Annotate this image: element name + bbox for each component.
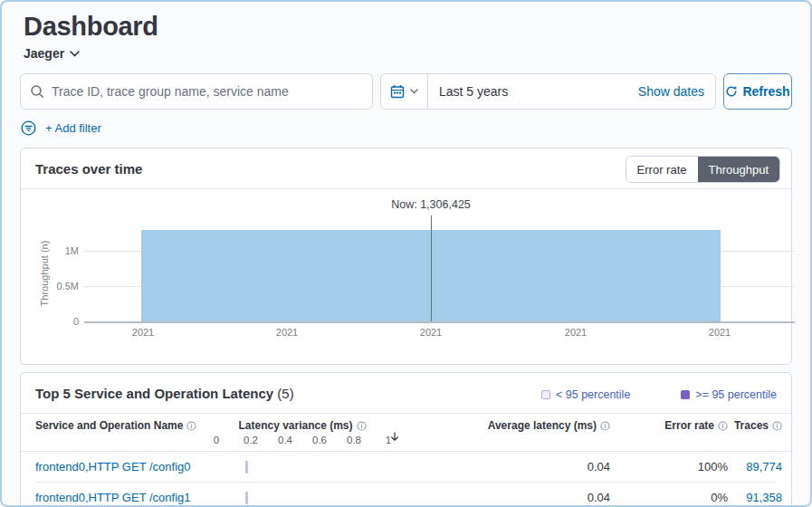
col-header-variance-label: Latency variance (ms) (238, 419, 352, 432)
traces-count-link[interactable]: 91,358 (728, 483, 782, 507)
panel-divider (21, 188, 791, 189)
scale-tick: 0.6 (312, 435, 327, 445)
col-header-error-rate[interactable]: Error rate (610, 419, 728, 432)
add-filter-link[interactable]: + Add filter (45, 121, 101, 135)
col-header-name-label: Service and Operation Name (35, 419, 183, 432)
latency-panel-title: Top 5 Service and Operation Latency (5) (35, 386, 294, 401)
ge95-swatch-icon (681, 390, 690, 399)
filter-icon[interactable] (21, 120, 36, 136)
chevron-down-icon (410, 89, 418, 94)
scale-tick: 0.8 (347, 435, 361, 445)
col-header-avg-latency[interactable]: Average latency (ms) (429, 419, 610, 432)
latency-panel: Top 5 Service and Operation Latency (5) … (20, 372, 792, 507)
x-tick-1: 2021 (132, 327, 154, 338)
search-box[interactable] (20, 73, 373, 110)
x-tick-5: 2021 (709, 327, 731, 338)
x-tick-2: 2021 (276, 327, 298, 338)
col-header-variance[interactable]: Latency variance (ms) (216, 419, 388, 432)
service-operation-link[interactable]: frontend0,HTTP GET /config1 (35, 483, 216, 507)
col-header-traces[interactable]: Traces (728, 419, 782, 432)
legend-ge95: >= 95 percentile (681, 388, 777, 401)
variance-tick-mark (245, 492, 248, 504)
date-range-value[interactable]: Last 5 years (428, 84, 627, 99)
show-dates-link[interactable]: Show dates (627, 84, 715, 99)
chart-now-line (431, 215, 432, 322)
info-icon[interactable] (357, 421, 367, 431)
x-axis-line (84, 321, 795, 323)
col-header-name[interactable]: Service and Operation Name (35, 419, 216, 432)
refresh-button[interactable]: Refresh (723, 73, 792, 110)
error-rate-value: 100% (610, 452, 728, 483)
scale-tick: 0.4 (278, 435, 292, 445)
scale-tick: 0.2 (244, 435, 258, 445)
metric-toggle-group: Error rate Throughput (626, 156, 780, 183)
chevron-down-icon (70, 51, 80, 57)
table-header-row: Service and Operation Name Latency varia… (35, 419, 777, 432)
col-header-avg-latency-label: Average latency (ms) (488, 419, 597, 432)
y-axis-title: Throughput (n) (39, 219, 50, 328)
info-icon[interactable] (772, 421, 782, 431)
date-picker: Last 5 years Show dates (380, 73, 716, 110)
error-rate-toggle[interactable]: Error rate (626, 157, 698, 182)
page-title: Dashboard (24, 12, 810, 42)
source-selector-dropdown[interactable]: Jaeger (24, 46, 80, 61)
lt95-label: < 95 percentile (556, 388, 630, 401)
traces-panel-title: Traces over time (35, 161, 142, 177)
source-selector-label: Jaeger (24, 46, 64, 61)
error-rate-value: 0% (610, 483, 728, 507)
avg-latency-value: 0.04 (429, 452, 610, 483)
search-icon (30, 84, 44, 99)
filter-row: + Add filter (21, 119, 792, 137)
calendar-icon (390, 84, 405, 99)
latency-panel-count: (5) (277, 386, 293, 401)
panel-divider (21, 413, 791, 414)
date-picker-menu-button[interactable] (381, 74, 428, 109)
latency-panel-title-text: Top 5 Service and Operation Latency (35, 386, 273, 401)
service-operation-link[interactable]: frontend0,HTTP GET /config0 (35, 452, 216, 483)
dashboard-window: Dashboard Jaeger Last 5 years Show dat (0, 0, 812, 507)
x-tick-4: 2021 (565, 327, 587, 338)
table-row: frontend0,HTTP GET /config1 0.04 0% 91,3… (35, 483, 777, 507)
traces-over-time-panel: Traces over time Error rate Throughput N… (20, 148, 792, 365)
search-row: Last 5 years Show dates Refresh (20, 73, 792, 110)
col-header-traces-label: Traces (734, 419, 769, 432)
variance-plot-cell (216, 452, 388, 483)
ge95-label: >= 95 percentile (695, 388, 777, 401)
info-icon[interactable] (186, 421, 196, 431)
scale-tick: 0 (214, 435, 219, 445)
variance-tick-mark (245, 461, 248, 474)
throughput-toggle[interactable]: Throughput (698, 157, 780, 182)
variance-plot-cell (216, 483, 388, 507)
table-row: frontend0,HTTP GET /config0 0.04 100% 89… (35, 452, 777, 483)
variance-scale-axis: 0 0.2 0.4 0.6 0.8 1 (216, 435, 388, 447)
info-icon[interactable] (718, 421, 728, 431)
refresh-button-label: Refresh (742, 84, 789, 99)
legend-lt95: < 95 percentile (541, 388, 630, 401)
col-header-error-rate-label: Error rate (664, 419, 714, 432)
x-tick-3: 2021 (420, 327, 442, 338)
percentile-legend: < 95 percentile >= 95 percentile (541, 388, 777, 401)
info-icon[interactable] (600, 421, 610, 431)
sort-descending-icon[interactable] (389, 431, 401, 443)
traces-count-link[interactable]: 89,774 (728, 452, 782, 483)
refresh-icon (725, 85, 738, 98)
lt95-swatch-icon (541, 390, 550, 399)
search-input[interactable] (52, 84, 363, 99)
avg-latency-value: 0.04 (429, 483, 610, 507)
chart-now-annotation: Now: 1,306,425 (391, 198, 471, 211)
